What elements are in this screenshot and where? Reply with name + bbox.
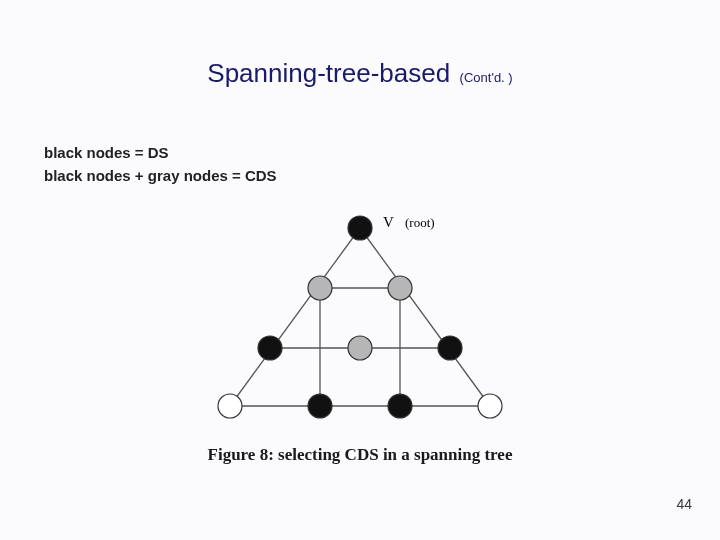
legend-line-2: black nodes + gray nodes = CDS <box>44 165 277 188</box>
svg-point-16 <box>478 394 502 418</box>
svg-point-15 <box>388 394 412 418</box>
svg-point-11 <box>348 336 372 360</box>
edges-group <box>230 228 490 406</box>
svg-point-13 <box>218 394 242 418</box>
legend-line-1: black nodes = DS <box>44 142 277 165</box>
svg-point-10 <box>258 336 282 360</box>
figure-caption: Figure 8: selecting CDS in a spanning tr… <box>0 445 720 465</box>
root-label-v: V <box>383 214 394 230</box>
page-number: 44 <box>676 496 692 512</box>
root-label-root: (root) <box>405 215 435 230</box>
svg-line-1 <box>360 228 490 406</box>
svg-point-14 <box>308 394 332 418</box>
svg-point-12 <box>438 336 462 360</box>
slide-title: Spanning-tree-based <box>207 58 450 88</box>
svg-point-9 <box>388 276 412 300</box>
svg-point-7 <box>348 216 372 240</box>
svg-point-8 <box>308 276 332 300</box>
svg-line-0 <box>230 228 360 406</box>
slide-contd: (Cont'd. ) <box>460 70 513 85</box>
legend-block: black nodes = DS black nodes + gray node… <box>44 142 277 187</box>
spanning-tree-svg: V (root) <box>165 210 555 430</box>
figure-diagram: V (root) <box>165 210 555 430</box>
nodes-group <box>218 216 502 418</box>
slide-title-row: Spanning-tree-based (Cont'd. ) <box>0 58 720 89</box>
